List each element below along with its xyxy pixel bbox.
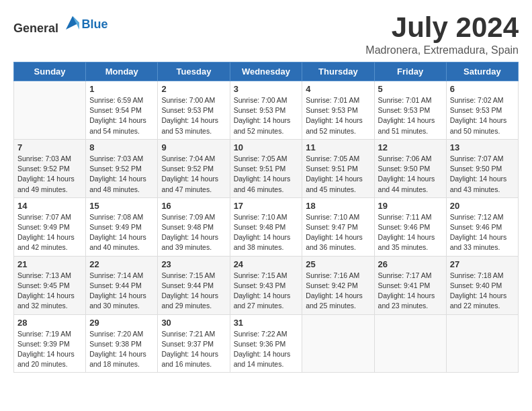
day-number: 18 [306, 201, 370, 211]
calendar-cell [446, 314, 518, 373]
cell-info: Sunrise: 7:14 AMSunset: 9:44 PMDaylight:… [89, 271, 154, 312]
day-number: 19 [378, 201, 443, 211]
calendar-cell: 7Sunrise: 7:03 AMSunset: 9:52 PMDaylight… [14, 139, 86, 197]
day-number: 21 [17, 259, 82, 269]
day-number: 17 [234, 201, 299, 211]
day-number: 25 [306, 259, 370, 269]
calendar-header-row: SundayMondayTuesdayWednesdayThursdayFrid… [14, 62, 519, 81]
day-number: 26 [378, 259, 443, 269]
day-number: 8 [89, 142, 154, 152]
cell-info: Sunrise: 6:59 AMSunset: 9:54 PMDaylight:… [89, 95, 154, 136]
calendar-cell: 8Sunrise: 7:03 AMSunset: 9:52 PMDaylight… [86, 139, 158, 197]
location: Madronera, Extremadura, Spain [365, 44, 519, 56]
calendar-cell: 26Sunrise: 7:17 AMSunset: 9:41 PMDayligh… [374, 256, 446, 314]
day-number: 1 [89, 84, 154, 94]
calendar-week-row: 14Sunrise: 7:07 AMSunset: 9:49 PMDayligh… [14, 197, 519, 256]
calendar-cell: 4Sunrise: 7:01 AMSunset: 9:53 PMDaylight… [302, 81, 374, 140]
day-number: 28 [17, 318, 82, 328]
logo-icon [63, 13, 82, 32]
calendar-cell: 24Sunrise: 7:15 AMSunset: 9:43 PMDayligh… [230, 256, 302, 314]
cell-info: Sunrise: 7:04 AMSunset: 9:52 PMDaylight:… [161, 154, 226, 195]
cell-info: Sunrise: 7:02 AMSunset: 9:53 PMDaylight:… [450, 95, 515, 136]
cell-info: Sunrise: 7:12 AMSunset: 9:46 PMDaylight:… [450, 212, 515, 253]
day-number: 7 [17, 142, 82, 152]
cell-info: Sunrise: 7:20 AMSunset: 9:38 PMDaylight:… [89, 329, 154, 370]
day-number: 22 [89, 259, 154, 269]
day-number: 4 [306, 84, 370, 94]
calendar-cell [14, 81, 86, 140]
day-number: 31 [234, 318, 299, 328]
logo-general: General [13, 21, 58, 35]
cell-info: Sunrise: 7:15 AMSunset: 9:43 PMDaylight:… [234, 271, 299, 312]
calendar-cell: 20Sunrise: 7:12 AMSunset: 9:46 PMDayligh… [446, 197, 518, 256]
day-number: 11 [306, 142, 370, 152]
day-number: 27 [450, 259, 515, 269]
day-number: 10 [234, 142, 299, 152]
calendar-cell: 27Sunrise: 7:18 AMSunset: 9:40 PMDayligh… [446, 256, 518, 314]
cell-info: Sunrise: 7:07 AMSunset: 9:50 PMDaylight:… [450, 154, 515, 195]
calendar-week-row: 1Sunrise: 6:59 AMSunset: 9:54 PMDaylight… [14, 81, 519, 140]
day-number: 29 [89, 318, 154, 328]
cell-info: Sunrise: 7:06 AMSunset: 9:50 PMDaylight:… [378, 154, 443, 195]
cell-info: Sunrise: 7:07 AMSunset: 9:49 PMDaylight:… [17, 212, 82, 253]
cell-info: Sunrise: 7:05 AMSunset: 9:51 PMDaylight:… [306, 154, 370, 195]
calendar-cell: 11Sunrise: 7:05 AMSunset: 9:51 PMDayligh… [302, 139, 374, 197]
cell-info: Sunrise: 7:17 AMSunset: 9:41 PMDaylight:… [378, 271, 443, 312]
cell-info: Sunrise: 7:13 AMSunset: 9:45 PMDaylight:… [17, 271, 82, 312]
cell-info: Sunrise: 7:15 AMSunset: 9:44 PMDaylight:… [161, 271, 226, 312]
day-number: 15 [89, 201, 154, 211]
calendar-cell: 1Sunrise: 6:59 AMSunset: 9:54 PMDaylight… [86, 81, 158, 140]
calendar-cell: 23Sunrise: 7:15 AMSunset: 9:44 PMDayligh… [158, 256, 230, 314]
cell-info: Sunrise: 7:03 AMSunset: 9:52 PMDaylight:… [17, 154, 82, 195]
day-header-saturday: Saturday [446, 62, 518, 81]
day-header-wednesday: Wednesday [230, 62, 302, 81]
day-number: 14 [17, 201, 82, 211]
calendar-cell: 30Sunrise: 7:21 AMSunset: 9:37 PMDayligh… [158, 314, 230, 373]
calendar-cell: 17Sunrise: 7:10 AMSunset: 9:48 PMDayligh… [230, 197, 302, 256]
day-number: 16 [161, 201, 226, 211]
cell-info: Sunrise: 7:10 AMSunset: 9:48 PMDaylight:… [234, 212, 299, 253]
calendar-week-row: 21Sunrise: 7:13 AMSunset: 9:45 PMDayligh… [14, 256, 519, 314]
calendar-cell [374, 314, 446, 373]
day-number: 2 [161, 84, 226, 94]
day-number: 13 [450, 142, 515, 152]
calendar-week-row: 7Sunrise: 7:03 AMSunset: 9:52 PMDaylight… [14, 139, 519, 197]
cell-info: Sunrise: 7:00 AMSunset: 9:53 PMDaylight:… [234, 95, 299, 136]
calendar-cell: 5Sunrise: 7:01 AMSunset: 9:53 PMDaylight… [374, 81, 446, 140]
cell-info: Sunrise: 7:01 AMSunset: 9:53 PMDaylight:… [306, 95, 370, 136]
cell-info: Sunrise: 7:10 AMSunset: 9:47 PMDaylight:… [306, 212, 370, 253]
calendar-cell: 16Sunrise: 7:09 AMSunset: 9:48 PMDayligh… [158, 197, 230, 256]
day-number: 3 [234, 84, 299, 94]
cell-info: Sunrise: 7:18 AMSunset: 9:40 PMDaylight:… [450, 271, 515, 312]
day-number: 30 [161, 318, 226, 328]
cell-info: Sunrise: 7:00 AMSunset: 9:53 PMDaylight:… [161, 95, 226, 136]
day-number: 24 [234, 259, 299, 269]
day-number: 6 [450, 84, 515, 94]
day-header-tuesday: Tuesday [158, 62, 230, 81]
calendar-week-row: 28Sunrise: 7:19 AMSunset: 9:39 PMDayligh… [14, 314, 519, 373]
calendar-cell: 6Sunrise: 7:02 AMSunset: 9:53 PMDaylight… [446, 81, 518, 140]
calendar-cell: 18Sunrise: 7:10 AMSunset: 9:47 PMDayligh… [302, 197, 374, 256]
cell-info: Sunrise: 7:16 AMSunset: 9:42 PMDaylight:… [306, 271, 370, 312]
logo-blue: Blue [82, 17, 108, 31]
calendar-cell: 2Sunrise: 7:00 AMSunset: 9:53 PMDaylight… [158, 81, 230, 140]
calendar-cell: 9Sunrise: 7:04 AMSunset: 9:52 PMDaylight… [158, 139, 230, 197]
cell-info: Sunrise: 7:19 AMSunset: 9:39 PMDaylight:… [17, 329, 82, 370]
calendar-cell: 21Sunrise: 7:13 AMSunset: 9:45 PMDayligh… [14, 256, 86, 314]
day-number: 5 [378, 84, 443, 94]
cell-info: Sunrise: 7:03 AMSunset: 9:52 PMDaylight:… [89, 154, 154, 195]
title-section: July 2024 Madronera, Extremadura, Spain [365, 13, 519, 56]
calendar-cell: 29Sunrise: 7:20 AMSunset: 9:38 PMDayligh… [86, 314, 158, 373]
month-title: July 2024 [365, 13, 519, 42]
day-header-monday: Monday [86, 62, 158, 81]
calendar-cell: 14Sunrise: 7:07 AMSunset: 9:49 PMDayligh… [14, 197, 86, 256]
day-number: 20 [450, 201, 515, 211]
day-header-friday: Friday [374, 62, 446, 81]
calendar-cell: 31Sunrise: 7:22 AMSunset: 9:36 PMDayligh… [230, 314, 302, 373]
day-number: 12 [378, 142, 443, 152]
cell-info: Sunrise: 7:05 AMSunset: 9:51 PMDaylight:… [234, 154, 299, 195]
calendar-cell: 28Sunrise: 7:19 AMSunset: 9:39 PMDayligh… [14, 314, 86, 373]
day-number: 23 [161, 259, 226, 269]
calendar-cell: 10Sunrise: 7:05 AMSunset: 9:51 PMDayligh… [230, 139, 302, 197]
calendar-cell: 12Sunrise: 7:06 AMSunset: 9:50 PMDayligh… [374, 139, 446, 197]
